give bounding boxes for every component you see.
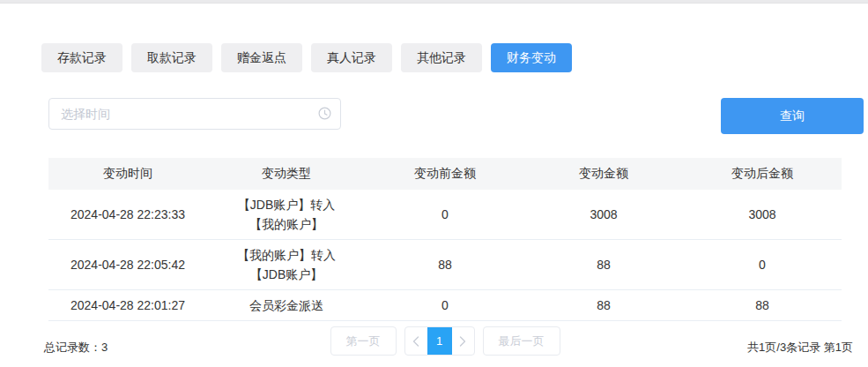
cell-change-type: 【JDB账户】转入【我的账户】 <box>207 190 366 240</box>
finance-changes-table: 变动时间 变动类型 变动前金额 变动金额 变动后金额 2024-04-28 22… <box>48 158 842 321</box>
total-records-label: 总记录数： <box>44 341 101 354</box>
column-amount-before: 变动前金额 <box>366 158 524 190</box>
first-page-button[interactable]: 第一页 <box>330 326 397 356</box>
record-tabs: 存款记录 取款记录 赠金返点 真人记录 其他记录 财务变动 <box>41 43 868 72</box>
tab-withdrawal-records[interactable]: 取款记录 <box>131 43 212 72</box>
cell-change-time: 2024-04-28 22:05:42 <box>48 240 207 290</box>
cell-amount-after: 0 <box>683 240 842 290</box>
cell-amount-before: 0 <box>366 290 524 321</box>
page-number-group: 1 <box>404 326 475 356</box>
column-change-time: 变动时间 <box>48 158 207 190</box>
tab-other-records[interactable]: 其他记录 <box>401 43 482 72</box>
page-summary-text: 共1页/3条记录 第1页 <box>747 340 853 356</box>
top-divider <box>0 0 868 4</box>
cell-change-time: 2024-04-28 22:01:27 <box>48 290 207 321</box>
column-change-amount: 变动金额 <box>524 158 683 190</box>
table-header: 变动时间 变动类型 变动前金额 变动金额 变动后金额 <box>48 158 842 190</box>
pagination: 第一页 1 最后一页 <box>48 326 842 356</box>
chevron-right-icon[interactable] <box>452 327 474 355</box>
cell-change-type: 会员彩金派送 <box>207 290 366 321</box>
filter-row: 查询 <box>48 98 864 134</box>
tab-finance-changes[interactable]: 财务变动 <box>491 43 572 72</box>
cell-change-amount: 88 <box>524 290 683 321</box>
date-range-picker[interactable] <box>48 98 341 130</box>
cell-change-amount: 88 <box>524 240 683 290</box>
tab-live-records[interactable]: 真人记录 <box>311 43 392 72</box>
cell-change-amount: 3008 <box>524 190 683 240</box>
column-amount-after: 变动后金额 <box>683 158 842 190</box>
cell-amount-before: 88 <box>366 240 524 290</box>
total-records-text: 总记录数：3 <box>44 340 108 356</box>
search-button[interactable]: 查询 <box>721 98 864 134</box>
tab-bonus-rebate[interactable]: 赠金返点 <box>221 43 302 72</box>
cell-change-time: 2024-04-28 22:23:33 <box>48 190 207 240</box>
last-page-button[interactable]: 最后一页 <box>483 326 560 356</box>
current-page-button[interactable]: 1 <box>427 327 452 355</box>
total-records-value: 3 <box>101 341 108 354</box>
cell-amount-after: 88 <box>683 290 842 321</box>
table-row: 2024-04-28 22:05:42 【我的账户】转入【JDB账户】 88 8… <box>48 240 842 290</box>
table-row: 2024-04-28 22:23:33 【JDB账户】转入【我的账户】 0 30… <box>48 190 842 240</box>
cell-amount-after: 3008 <box>683 190 842 240</box>
chevron-left-icon[interactable] <box>405 327 427 355</box>
cell-amount-before: 0 <box>366 190 524 240</box>
tab-deposit-records[interactable]: 存款记录 <box>41 43 122 72</box>
table-row: 2024-04-28 22:01:27 会员彩金派送 0 88 88 <box>48 290 842 321</box>
cell-change-type: 【我的账户】转入【JDB账户】 <box>207 240 366 290</box>
date-input[interactable] <box>48 98 341 130</box>
column-change-type: 变动类型 <box>207 158 366 190</box>
